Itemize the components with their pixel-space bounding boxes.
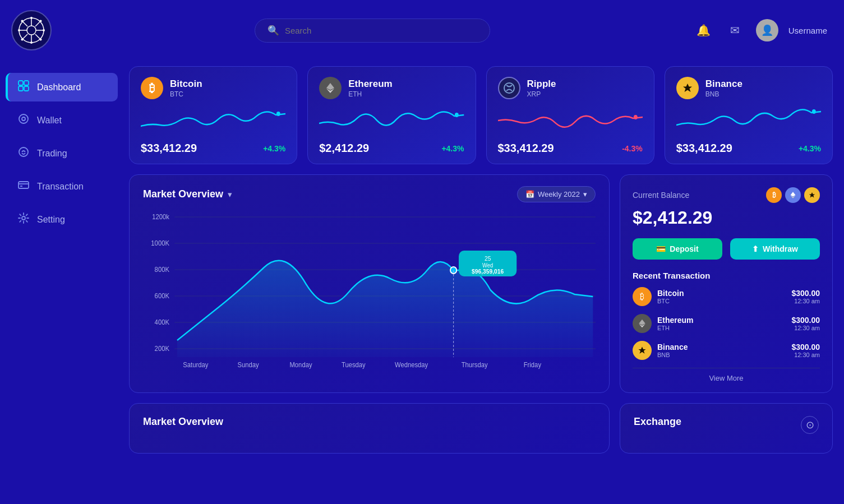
tx-bnb-name: Binance xyxy=(657,343,688,352)
sidebar: Dashboard Wallet Trading xyxy=(0,61,123,465)
tx-eth-amount: $300.00 xyxy=(791,316,820,325)
btc-price: $33,412.29 xyxy=(141,142,197,155)
xrp-name: Ripple xyxy=(527,78,556,90)
svg-point-28 xyxy=(22,216,25,220)
exchange-title: Exchange xyxy=(634,416,681,428)
view-more-button[interactable]: View More xyxy=(633,368,820,382)
balance-header: Current Balance ₿ xyxy=(633,187,820,203)
btc-chart xyxy=(141,104,285,137)
svg-point-10 xyxy=(30,17,33,19)
bottom-market-overview-card: Market Overview xyxy=(129,403,610,454)
btc-balance-icon: ₿ xyxy=(766,187,782,203)
search-bar[interactable]: 🔍 xyxy=(255,19,490,43)
sidebar-item-transaction[interactable]: Transaction xyxy=(6,172,118,201)
sidebar-item-wallet[interactable]: Wallet xyxy=(6,106,118,135)
btc-change: +4.3% xyxy=(263,144,285,153)
eth-price: $2,412.29 xyxy=(319,142,369,155)
search-icon: 🔍 xyxy=(268,25,279,36)
tx-eth-symbol: ETH xyxy=(657,325,694,331)
notification-icon[interactable]: 🔔 xyxy=(693,20,714,41)
withdraw-icon: ⬆ xyxy=(752,244,759,253)
tx-bnb-symbol: BNB xyxy=(657,352,688,358)
sidebar-item-trading[interactable]: Trading xyxy=(6,139,118,168)
svg-text:600K: 600K xyxy=(155,292,170,299)
crypto-card-btc[interactable]: ₿ Bitcoin BTC xyxy=(129,66,297,164)
bnb-price: $33,412.29 xyxy=(676,142,732,155)
period-selector[interactable]: 📅 Weekly 2022 ▾ xyxy=(517,186,596,202)
deposit-button[interactable]: 💳 Deposit xyxy=(633,238,722,260)
xrp-symbol: XRP xyxy=(527,90,556,98)
tx-item-btc[interactable]: ₿ Bitcoin BTC $300.00 12:30 am xyxy=(633,287,820,306)
bnb-change: +4.3% xyxy=(799,144,821,153)
svg-text:Monday: Monday xyxy=(289,361,312,368)
svg-text:Saturday: Saturday xyxy=(183,361,208,368)
bottom-row: Market Overview ▾ 📅 Weekly 2022 ▾ xyxy=(129,174,833,393)
svg-text:800K: 800K xyxy=(155,266,170,273)
tx-btc-amount: $300.00 xyxy=(791,289,820,298)
svg-point-12 xyxy=(18,29,20,31)
eth-symbol: ETH xyxy=(348,90,392,98)
search-input[interactable] xyxy=(285,26,477,35)
tx-item-bnb[interactable]: Binance BNB $300.00 12:30 am xyxy=(633,341,820,360)
chart-area: 1200k 1000K 800K 600K 400K 200K xyxy=(143,211,596,374)
crypto-card-eth[interactable]: Ethereum ETH $2,412.29 +4.3% xyxy=(307,66,476,164)
period-chevron: ▾ xyxy=(583,190,587,198)
svg-point-29 xyxy=(276,112,280,116)
tx-item-eth[interactable]: Ethereum ETH $300.00 12:30 am xyxy=(633,314,820,333)
logo[interactable] xyxy=(11,10,52,50)
bnb-logo xyxy=(676,77,699,99)
sidebar-wallet-label: Wallet xyxy=(37,115,62,126)
dashboard-icon xyxy=(18,80,29,94)
tx-eth-logo xyxy=(633,314,652,333)
svg-text:400K: 400K xyxy=(155,318,170,326)
recent-tx-label: Recent Transaction xyxy=(633,271,820,280)
xrp-logo xyxy=(498,77,520,99)
crypto-card-bnb[interactable]: Binance BNB $33,412.29 +4.3% xyxy=(665,66,833,164)
bnb-symbol: BNB xyxy=(705,90,742,98)
bottom-section: Market Overview Exchange ⊙ xyxy=(129,403,833,454)
tx-bnb-time: 12:30 am xyxy=(791,352,820,358)
eth-name: Ethereum xyxy=(348,78,392,90)
svg-point-11 xyxy=(30,41,33,44)
market-overview-title: Market Overview xyxy=(143,188,223,200)
svg-text:Tuesday: Tuesday xyxy=(342,361,366,368)
market-overview-dropdown[interactable]: ▾ xyxy=(228,189,232,200)
svg-point-17 xyxy=(40,39,42,41)
svg-marker-30 xyxy=(326,83,334,90)
crypto-cards: ₿ Bitcoin BTC xyxy=(129,66,833,164)
tx-btc-name: Bitcoin xyxy=(657,289,684,298)
wallet-icon xyxy=(18,113,29,127)
svg-text:200K: 200K xyxy=(155,345,170,352)
xrp-chart xyxy=(498,104,643,137)
svg-point-22 xyxy=(19,114,28,123)
sidebar-item-setting[interactable]: Setting xyxy=(6,205,118,234)
eth-chart xyxy=(319,104,464,137)
bnb-name: Binance xyxy=(705,78,742,90)
svg-marker-65 xyxy=(639,320,645,325)
balance-label: Current Balance xyxy=(633,191,689,200)
bnb-chart xyxy=(676,104,821,137)
svg-point-33 xyxy=(504,83,514,93)
svg-point-24 xyxy=(19,147,28,156)
mail-icon[interactable]: ✉ xyxy=(725,20,746,41)
balance-actions: 💳 Deposit ⬆ Withdraw xyxy=(633,238,820,260)
svg-point-23 xyxy=(22,117,25,121)
crypto-card-xrp[interactable]: Ripple XRP $33,412.29 -4.3% xyxy=(486,66,654,164)
svg-text:25: 25 xyxy=(485,255,491,262)
bottom-market-title: Market Overview xyxy=(143,416,596,428)
avatar[interactable]: 👤 xyxy=(756,19,778,41)
eth-logo xyxy=(319,77,342,99)
balance-amount: $2,412.29 xyxy=(633,207,820,228)
svg-point-15 xyxy=(40,20,42,22)
btc-logo: ₿ xyxy=(141,77,163,99)
xrp-change: -4.3% xyxy=(622,144,643,153)
svg-rect-19 xyxy=(24,81,29,85)
withdraw-button[interactable]: ⬆ Withdraw xyxy=(730,238,820,260)
username-label: Username xyxy=(788,26,827,35)
sidebar-item-dashboard[interactable]: Dashboard xyxy=(6,73,118,101)
sidebar-setting-label: Setting xyxy=(37,215,65,225)
svg-rect-21 xyxy=(24,86,29,91)
svg-text:1000K: 1000K xyxy=(151,239,169,247)
market-overview-card: Market Overview ▾ 📅 Weekly 2022 ▾ xyxy=(129,174,610,393)
exchange-arrow-icon[interactable]: ⊙ xyxy=(801,416,819,434)
